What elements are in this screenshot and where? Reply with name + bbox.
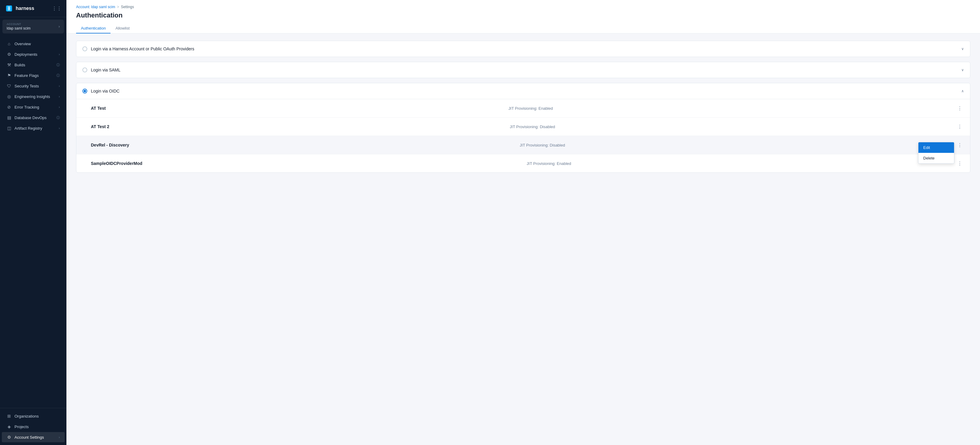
- grid-icon[interactable]: ⋮⋮: [52, 6, 62, 11]
- more-options-button[interactable]: ⋮: [956, 141, 964, 149]
- sidebar: harness ⋮⋮ ACCOUNT ldap saml scim › ⌂ Ov…: [0, 0, 67, 445]
- oidc-item-jit-status: JIT Provisioning: Enabled: [527, 161, 571, 166]
- content-area: Login via a Harness Account or Public OA…: [67, 33, 980, 445]
- sidebar-item-database-devops[interactable]: ▤ Database DevOps ⓘ: [2, 112, 65, 123]
- auth-section-oidc-title: Login via OIDC: [91, 89, 119, 93]
- sidebar-item-label: Organizations: [14, 414, 39, 418]
- oidc-item-actions: ⋮ Edit Delete: [956, 141, 964, 149]
- logo-text: harness: [16, 6, 34, 11]
- tab-allowlist[interactable]: Allowlist: [110, 24, 134, 33]
- page-title: Authentication: [76, 11, 970, 19]
- sidebar-item-feature-flags[interactable]: ⚑ Feature Flags ⓘ: [2, 70, 65, 81]
- chevron-down-icon: ∨: [961, 68, 964, 72]
- sidebar-bottom-nav: ⊞ Organizations ◈ Projects ⚙ Account Set…: [0, 408, 67, 445]
- organizations-icon: ⊞: [6, 413, 11, 418]
- insights-icon: ◎: [6, 94, 11, 99]
- deployments-icon: ⚙: [6, 52, 11, 57]
- auth-section-harness: Login via a Harness Account or Public OA…: [76, 41, 970, 57]
- auth-section-oidc-header[interactable]: Login via OIDC ∧: [76, 83, 970, 99]
- edit-menu-item[interactable]: Edit: [918, 142, 954, 153]
- sidebar-item-label: Error Tracking: [14, 105, 39, 109]
- auth-section-oidc: Login via OIDC ∧ AT Test JIT Provisionin…: [76, 83, 970, 173]
- account-chevron-icon: ›: [59, 24, 60, 29]
- breadcrumb: Account: ldap saml scim > Settings: [76, 5, 970, 9]
- sidebar-item-label: Database DevOps: [14, 116, 46, 120]
- auth-section-saml-title: Login via SAML: [91, 68, 121, 72]
- harness-logo-icon: [5, 4, 13, 13]
- auth-section-saml-header[interactable]: Login via SAML ∨: [76, 62, 970, 78]
- more-options-button[interactable]: ⋮: [956, 122, 964, 131]
- breadcrumb-separator: >: [117, 5, 119, 9]
- tab-bar: Authentication Allowlist: [76, 24, 970, 33]
- chevron-right-icon: ›: [59, 95, 60, 98]
- chevron-right-icon: ›: [59, 84, 60, 88]
- oidc-item-at-test: AT Test JIT Provisioning: Enabled ⋮: [76, 99, 970, 117]
- sidebar-item-label: Deployments: [14, 52, 37, 57]
- sidebar-item-engineering-insights[interactable]: ◎ Engineering Insights ›: [2, 91, 65, 101]
- chevron-right-icon: ›: [59, 127, 60, 130]
- error-tracking-icon: ⊘: [6, 105, 11, 109]
- sidebar-item-account-settings[interactable]: ⚙ Account Settings ›: [2, 432, 65, 442]
- sidebar-item-builds[interactable]: ⚒ Builds ⓘ: [2, 60, 65, 70]
- sidebar-item-label: Feature Flags: [14, 73, 39, 78]
- builds-icon: ⚒: [6, 62, 11, 67]
- oidc-item-sample-oidc: SampleOIDCProviderMod JIT Provisioning: …: [76, 154, 970, 173]
- info-icon: ⓘ: [56, 73, 60, 78]
- sidebar-item-deployments[interactable]: ⚙ Deployments ›: [2, 49, 65, 59]
- account-label: ACCOUNT: [6, 23, 30, 25]
- auth-section-harness-title: Login via a Harness Account or Public OA…: [91, 46, 194, 51]
- sidebar-item-artifact-registry[interactable]: ◫ Artifact Registry ›: [2, 123, 65, 133]
- sidebar-item-label: Projects: [14, 424, 29, 429]
- projects-icon: ◈: [6, 424, 11, 429]
- sidebar-item-label: Engineering Insights: [14, 94, 50, 99]
- context-menu: Edit Delete: [918, 142, 955, 164]
- radio-oidc[interactable]: [83, 89, 87, 93]
- oidc-item-devrel-discovery: DevRel - Discovery JIT Provisioning: Dis…: [76, 136, 970, 154]
- more-options-button[interactable]: ⋮: [956, 159, 964, 168]
- sidebar-item-label: Overview: [14, 41, 31, 46]
- sidebar-item-error-tracking[interactable]: ⊘ Error Tracking ›: [2, 102, 65, 112]
- radio-harness[interactable]: [83, 46, 87, 51]
- sidebar-nav: ⌂ Overview ⚙ Deployments › ⚒ Builds ⓘ ⚑ …: [0, 36, 67, 408]
- logo: harness: [5, 4, 34, 13]
- account-name: ldap saml scim: [6, 26, 30, 30]
- oidc-item-jit-status: JIT Provisioning: Disabled: [520, 143, 565, 147]
- auth-section-harness-header[interactable]: Login via a Harness Account or Public OA…: [76, 41, 970, 57]
- oidc-item-at-test-2: AT Test 2 JIT Provisioning: Disabled ⋮: [76, 117, 970, 136]
- oidc-item-name: AT Test: [91, 106, 106, 111]
- sidebar-item-security-tests[interactable]: 🛡 Security Tests ›: [2, 81, 65, 91]
- breadcrumb-account[interactable]: Account: ldap saml scim: [76, 5, 115, 9]
- artifact-icon: ◫: [6, 126, 11, 131]
- chevron-right-icon: ›: [59, 435, 60, 439]
- info-icon: ⓘ: [56, 63, 60, 67]
- sidebar-item-label: Artifact Registry: [14, 126, 42, 131]
- more-options-button[interactable]: ⋮: [956, 104, 964, 112]
- chevron-up-icon: ∧: [961, 89, 964, 93]
- sidebar-item-label: Account Settings: [14, 435, 44, 440]
- sidebar-item-projects[interactable]: ◈ Projects: [2, 421, 65, 432]
- oidc-item-actions: ⋮: [956, 104, 964, 112]
- breadcrumb-settings: Settings: [121, 5, 134, 9]
- page-header: Account: ldap saml scim > Settings Authe…: [67, 0, 980, 33]
- home-icon: ⌂: [6, 41, 11, 46]
- account-info: ACCOUNT ldap saml scim: [6, 23, 30, 30]
- database-icon: ▤: [6, 115, 11, 120]
- settings-icon: ⚙: [6, 435, 11, 440]
- oidc-item-name: DevRel - Discovery: [91, 143, 129, 147]
- oidc-item-name: SampleOIDCProviderMod: [91, 161, 142, 166]
- auth-section-saml: Login via SAML ∨: [76, 62, 970, 78]
- oidc-item-actions: ⋮: [956, 159, 964, 168]
- radio-saml[interactable]: [83, 68, 87, 72]
- delete-menu-item[interactable]: Delete: [918, 153, 954, 163]
- chevron-down-icon: ∨: [961, 47, 964, 51]
- account-selector[interactable]: ACCOUNT ldap saml scim ›: [2, 20, 64, 33]
- tab-authentication[interactable]: Authentication: [76, 24, 110, 33]
- main-content-area: Account: ldap saml scim > Settings Authe…: [67, 0, 980, 445]
- sidebar-item-organizations[interactable]: ⊞ Organizations: [2, 411, 65, 421]
- sidebar-item-label: Builds: [14, 63, 25, 67]
- oidc-items-list: AT Test JIT Provisioning: Enabled ⋮ AT T…: [76, 99, 970, 173]
- oidc-item-jit-status: JIT Provisioning: Disabled: [510, 125, 555, 129]
- sidebar-item-label: Security Tests: [14, 84, 39, 88]
- sidebar-item-overview[interactable]: ⌂ Overview: [2, 39, 65, 49]
- info-icon: ⓘ: [56, 116, 60, 120]
